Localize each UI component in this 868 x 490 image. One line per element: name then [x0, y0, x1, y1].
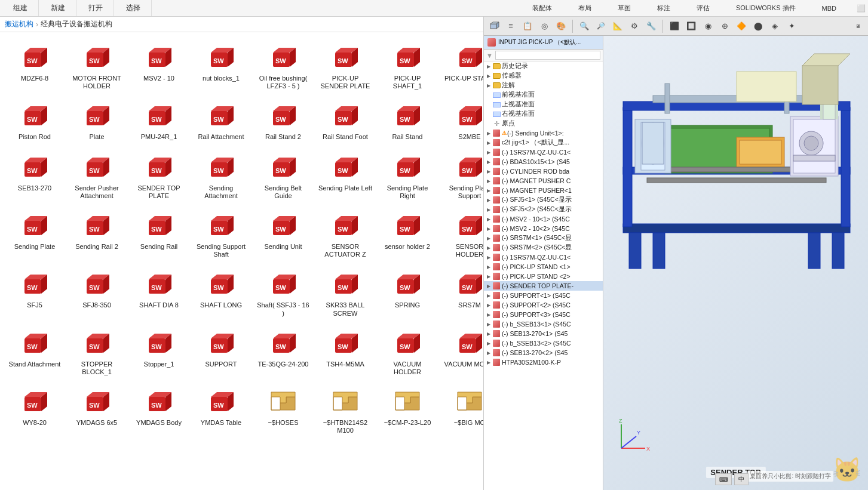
file-item[interactable]: SW PICK-UP SENDER PLATE: [315, 37, 375, 93]
file-item[interactable]: SW SENDER TOP PLATE: [129, 147, 189, 203]
tree-expand-arrow[interactable]: ▶: [485, 292, 492, 299]
file-item[interactable]: ~$HOSES: [253, 381, 313, 437]
icon-display-right[interactable]: 🖥: [850, 19, 866, 34]
tree-expand-arrow[interactable]: ▶: [485, 158, 492, 165]
file-item[interactable]: SW Rail Stand: [378, 95, 437, 144]
icon-wrench[interactable]: 🔧: [643, 19, 659, 34]
file-item[interactable]: SW SHAFT LONG: [191, 264, 251, 320]
toolbar-build-btn[interactable]: 组建: [2, 0, 39, 16]
file-item[interactable]: SW Plate: [67, 95, 127, 144]
file-item[interactable]: SW Shaft( SSFJ3 - 16 ): [253, 264, 313, 320]
tree-expand-arrow[interactable]: ▶: [485, 301, 492, 309]
file-item[interactable]: SW Sending Rail: [129, 205, 189, 261]
tree-item[interactable]: ▶ (-) SRS7M<2> (S45C<显: [484, 243, 603, 252]
file-item[interactable]: SW SENSOR HOLDER: [440, 205, 483, 261]
icon-measure[interactable]: 📐: [610, 19, 625, 34]
tree-item[interactable]: ▶ (-) SRS7M<1> (S45C<显: [484, 233, 603, 243]
tree-expand-arrow[interactable]: ▶: [485, 168, 492, 175]
tree-item[interactable]: ▶ (-) 1SRS7M-QZ-UU-C1<: [484, 252, 603, 262]
file-item[interactable]: SW TSH4-M5MA: [315, 323, 375, 379]
icon-target-view[interactable]: ◎: [536, 19, 552, 34]
tree-item[interactable]: ▶ (-) SEB13-270<1> (S45: [484, 329, 603, 338]
file-item[interactable]: ~$BIG MO: [440, 381, 483, 437]
file-item[interactable]: SW PMU-24R_1: [129, 95, 189, 144]
file-item[interactable]: SW Rail Stand 2: [253, 95, 313, 144]
icon-document-view[interactable]: 📋: [520, 19, 535, 34]
tab-assembly[interactable]: 装配体: [522, 2, 563, 14]
tree-expand-arrow[interactable]: ▶: [485, 330, 492, 337]
file-item[interactable]: ~$HTBN214S2 M100: [315, 381, 375, 437]
keyboard-btn[interactable]: ⌨: [715, 473, 732, 485]
tree-expand-arrow[interactable]: ▶: [485, 206, 492, 213]
file-item[interactable]: SW Piston Rod: [5, 95, 65, 144]
icon-crosshair[interactable]: ◈: [767, 19, 783, 34]
file-item[interactable]: SW Sending Plate Left: [315, 147, 375, 203]
tree-item[interactable]: ▶ (-) MSV2 - 10<1> (S45C: [484, 214, 603, 224]
tree-item[interactable]: ▶ (-) MAGNET PUSHER C: [484, 176, 603, 186]
tab-solidworks-plugin[interactable]: SOLIDWORKS 插件: [725, 2, 806, 14]
tree-expand-arrow[interactable]: ▶: [485, 244, 492, 251]
tree-expand-arrow[interactable]: ▶: [485, 187, 492, 194]
file-item[interactable]: SW Rail Stand Foot: [315, 95, 375, 144]
tree-search-input[interactable]: [495, 51, 600, 60]
tree-item[interactable]: ▶ (-) PICK-UP STAND <2>: [484, 272, 603, 281]
tree-expand-arrow[interactable]: ▶: [485, 82, 492, 89]
tab-evaluate[interactable]: 评估: [686, 2, 720, 14]
file-item[interactable]: SW MDZF6-8: [5, 37, 65, 93]
toolbar-open-btn[interactable]: 打开: [78, 0, 114, 16]
file-item[interactable]: SW Stopper_1: [129, 323, 189, 379]
file-item[interactable]: SW YMDAS Table: [191, 381, 251, 437]
tree-expand-arrow[interactable]: ▶: [485, 359, 492, 366]
icon-star[interactable]: ✦: [784, 19, 799, 34]
file-item[interactable]: SW Rail Attachment: [191, 95, 251, 144]
file-item[interactable]: SW S2MBE: [440, 95, 483, 144]
file-item[interactable]: SW PICK-UP STAND: [440, 37, 483, 93]
file-item[interactable]: SW SRS7M: [440, 264, 483, 320]
tree-expand-arrow[interactable]: ▶: [485, 139, 492, 146]
tree-item[interactable]: ▶ ⚠ (-) Sending Unit<1>:: [484, 128, 603, 138]
file-item[interactable]: SW Sending Plate: [5, 205, 65, 261]
tree-expand-arrow[interactable]: ▶: [485, 177, 492, 184]
icon-dot[interactable]: ⬤: [750, 19, 766, 34]
tab-sketch[interactable]: 草图: [607, 2, 642, 14]
tree-expand-arrow[interactable]: ▶: [485, 254, 492, 261]
file-item[interactable]: SW VACUUM MO AK: [440, 323, 483, 379]
file-item[interactable]: SW Sender Pusher Attachment: [67, 147, 127, 203]
icon-list-view[interactable]: ≡: [503, 19, 519, 34]
file-item[interactable]: SW Stand Attachment: [5, 323, 65, 379]
tree-expand-arrow[interactable]: ▶: [485, 72, 492, 79]
icon-color-view[interactable]: 🎨: [553, 19, 569, 34]
file-item[interactable]: SW Sending Belt Guide: [253, 147, 313, 203]
tree-expand-arrow[interactable]: ▶: [485, 273, 492, 280]
file-item[interactable]: SW STOPPER BLOCK_1: [67, 323, 127, 379]
tree-expand-arrow[interactable]: ▶: [485, 282, 492, 289]
tab-annotation[interactable]: 标注: [646, 2, 681, 14]
file-item[interactable]: SW sensor holder 2: [378, 205, 437, 261]
3d-viewport[interactable]: X Z Y SENDER TOP: [603, 36, 868, 490]
file-item[interactable]: SW SFJ5: [5, 264, 65, 320]
tree-item[interactable]: ▶ (-) SENDER TOP PLATE-: [484, 281, 603, 291]
icon-box[interactable]: ⬛: [667, 19, 682, 34]
tree-expand-arrow[interactable]: ▶: [485, 225, 492, 232]
tree-expand-arrow[interactable]: ▶: [485, 149, 492, 156]
tree-item[interactable]: ▶ (-) SFJ5<1> (S45C<显示: [484, 195, 603, 205]
file-item[interactable]: SW Sending Plate Support: [440, 147, 483, 203]
file-item[interactable]: SW Sending Plate Right: [378, 147, 437, 203]
tree-expand-arrow[interactable]: ▶: [485, 63, 492, 70]
icon-circle[interactable]: ◉: [700, 19, 716, 34]
tree-item[interactable]: ▶ (-) BDAS10x15<1> (S45: [484, 157, 603, 167]
tree-item[interactable]: ▶ (-) SUPPORT<2> (S45C: [484, 300, 603, 310]
icon-diamond[interactable]: 🔶: [734, 19, 749, 34]
tree-item[interactable]: ✛ 原点: [484, 119, 603, 128]
icon-search-zoom-in[interactable]: 🔍: [576, 19, 592, 34]
icon-settings[interactable]: ⚙: [627, 19, 642, 34]
tree-item[interactable]: ▶ c2t jig<1> （<默认_显...: [484, 138, 603, 147]
file-item[interactable]: SW Sending Attachment: [191, 147, 251, 203]
tree-expand-arrow[interactable]: ▶: [485, 320, 492, 328]
file-item[interactable]: ~$CM-P-23-L20: [378, 381, 437, 437]
tree-item[interactable]: ▶ (-) MSV2 - 10<2> (S45C: [484, 224, 603, 233]
tree-item[interactable]: ▶ (-) SEB13-270<2> (S45: [484, 348, 603, 358]
file-item[interactable]: SW SHAFT DIA 8: [129, 264, 189, 320]
file-item[interactable]: SW SKR33 BALL SCREW: [315, 264, 375, 320]
file-item[interactable]: SW SPRING: [378, 264, 437, 320]
